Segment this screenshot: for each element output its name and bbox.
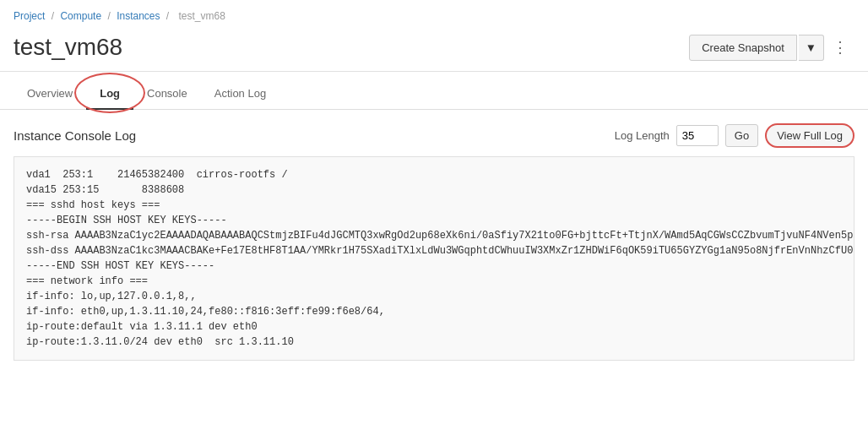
breadcrumb-project[interactable]: Project — [14, 10, 45, 22]
log-controls: Log Length Go View Full Log — [615, 123, 854, 148]
log-content: vda1 253:1 21465382400 cirros-rootfs / v… — [14, 156, 854, 361]
page-title: test_vm68 — [14, 34, 122, 61]
page-header: test_vm68 Create Snapshot ▼ ⋮ — [0, 27, 868, 72]
content-area: Instance Console Log Log Length Go View … — [0, 110, 868, 374]
dropdown-arrow-icon: ▼ — [806, 41, 816, 54]
breadcrumb: Project / Compute / Instances / test_vm6… — [0, 0, 868, 27]
breadcrumb-sep3: / — [166, 10, 169, 22]
tab-overview[interactable]: Overview — [14, 79, 86, 110]
breadcrumb-sep2: / — [107, 10, 110, 22]
tab-action-log[interactable]: Action Log — [201, 79, 279, 110]
snapshot-dropdown-button[interactable]: ▼ — [799, 35, 824, 61]
tab-console[interactable]: Console — [133, 79, 201, 110]
breadcrumb-instances[interactable]: Instances — [117, 10, 160, 22]
breadcrumb-compute[interactable]: Compute — [60, 10, 101, 22]
log-toolbar: Instance Console Log Log Length Go View … — [14, 123, 854, 148]
tab-log[interactable]: Log — [86, 79, 133, 110]
log-section-title: Instance Console Log — [14, 128, 136, 143]
create-snapshot-button[interactable]: Create Snapshot — [689, 35, 797, 61]
go-button[interactable]: Go — [725, 124, 758, 147]
breadcrumb-sep1: / — [52, 10, 54, 22]
log-length-input[interactable] — [676, 125, 719, 146]
view-full-log-button[interactable]: View Full Log — [765, 123, 854, 148]
log-length-label: Log Length — [615, 129, 670, 142]
view-full-log-wrapper: View Full Log — [765, 123, 854, 148]
kebab-menu-button[interactable]: ⋮ — [826, 35, 854, 60]
header-actions: Create Snapshot ▼ ⋮ — [689, 35, 854, 61]
tabs-bar: Overview Log Console Action Log — [0, 79, 868, 110]
breadcrumb-current: test_vm68 — [179, 10, 225, 22]
